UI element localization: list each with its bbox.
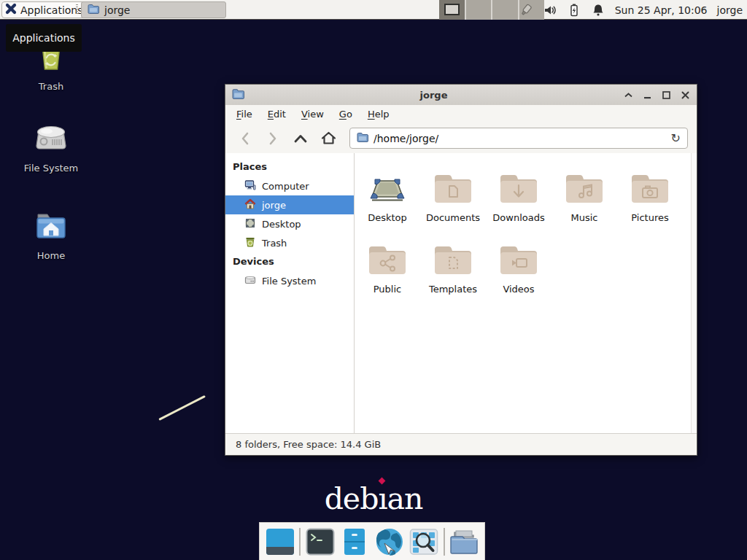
window-titlebar[interactable]: jorge (225, 85, 697, 105)
taskbar-window-label: jorge (104, 4, 130, 16)
sidebar-item-label: jorge (262, 200, 286, 211)
file-item-label: Videos (503, 284, 534, 295)
videos-folder-icon (498, 235, 540, 277)
show-desktop-icon[interactable] (265, 526, 295, 557)
sidebar-item-computer[interactable]: Computer (225, 176, 354, 195)
status-text: 8 folders, Free space: 14.4 GiB (236, 439, 381, 450)
trash-small-icon (244, 236, 256, 250)
maximize-button[interactable] (661, 90, 671, 100)
dock-separator (299, 528, 301, 556)
file-item-label: Music (571, 212, 598, 223)
debian-logo: debıan (0, 481, 747, 516)
panel-clock[interactable]: Sun 25 Apr, 10:06 (615, 4, 708, 16)
workspace-1[interactable] (439, 0, 466, 20)
desktop-icon-label: Trash (39, 81, 63, 92)
home-folder-icon (33, 210, 69, 245)
location-bar[interactable]: /home/jorge/ ↻ (349, 128, 688, 149)
panel-username[interactable]: jorge (717, 4, 743, 16)
debian-logo-text: debıan (325, 481, 423, 516)
file-manager-icon[interactable] (449, 526, 479, 557)
stylus-icon[interactable] (519, 3, 533, 18)
top-panel: Applications jorge (0, 0, 747, 20)
file-item-label: Desktop (368, 212, 407, 223)
web-browser-icon[interactable] (374, 526, 405, 557)
workspace-window-thumb (444, 4, 460, 15)
file-item-label: Templates (429, 284, 477, 295)
taskbar-window-button[interactable]: jorge (81, 1, 226, 18)
path-folder-icon (357, 131, 368, 145)
sidebar-item-label: Trash (262, 238, 287, 249)
sidebar: Places Computer jorge (225, 153, 355, 433)
window-content: Places Computer jorge (225, 153, 697, 433)
pictures-folder-icon (629, 163, 671, 206)
up-button[interactable] (290, 128, 311, 149)
menu-view[interactable]: View (301, 109, 324, 120)
file-item-label: Downloads (492, 212, 544, 223)
close-button[interactable] (680, 90, 690, 100)
menu-edit[interactable]: Edit (268, 109, 286, 120)
file-cabinet-icon[interactable] (339, 526, 370, 557)
drive-small-icon (244, 274, 256, 288)
documents-folder-icon (432, 163, 474, 206)
status-bar: 8 folders, Free space: 14.4 GiB (225, 433, 697, 455)
file-item-label: Documents (426, 212, 480, 223)
sidebar-item-label: File System (262, 276, 316, 287)
sidebar-item-trash[interactable]: Trash (225, 233, 354, 252)
menu-go[interactable]: Go (339, 109, 352, 120)
sidebar-item-file-system[interactable]: File System (225, 271, 354, 290)
window-folder-icon (232, 88, 244, 102)
workspace-2[interactable] (466, 0, 493, 20)
file-item-documents[interactable]: Documents (420, 163, 486, 235)
forward-button[interactable] (262, 128, 284, 149)
desktop-line-artifact (158, 395, 206, 421)
vertical-scrollbar[interactable] (691, 153, 697, 433)
file-item-templates[interactable]: Templates (420, 235, 486, 306)
desktop-folder-icon (366, 163, 409, 206)
folder-icon (88, 4, 99, 16)
sidebar-item-desktop[interactable]: Desktop (225, 214, 354, 233)
file-item-downloads[interactable]: Downloads (486, 163, 551, 235)
sidebar-item-jorge[interactable]: jorge (225, 195, 354, 214)
places-header: Places (225, 158, 354, 176)
file-item-pictures[interactable]: Pictures (617, 163, 683, 235)
music-folder-icon (563, 163, 605, 206)
minimize-button[interactable] (642, 90, 652, 100)
home-button[interactable] (317, 128, 339, 149)
menu-file[interactable]: File (236, 109, 252, 120)
window-controls (623, 90, 690, 100)
terminal-icon[interactable] (305, 526, 336, 557)
workspace-3[interactable] (492, 0, 519, 20)
file-item-videos[interactable]: Videos (486, 235, 551, 306)
drive-icon (33, 122, 69, 158)
file-item-label: Pictures (631, 212, 668, 223)
system-tray: Sun 25 Apr, 10:06 jorge (519, 0, 743, 20)
tooltip-text: Applications (12, 32, 75, 44)
desktop-icon-label: File System (24, 163, 78, 174)
volume-icon[interactable] (543, 3, 557, 18)
xfce-menu-icon (5, 3, 17, 17)
file-item-desktop[interactable]: Desktop (355, 163, 420, 235)
app-finder-icon[interactable] (409, 526, 439, 557)
file-item-public[interactable]: Public (355, 235, 420, 306)
templates-folder-icon (432, 235, 474, 277)
public-folder-icon (366, 235, 409, 277)
shade-button[interactable] (623, 90, 633, 100)
desktop-icon (244, 217, 256, 231)
file-item-music[interactable]: Music (551, 163, 617, 235)
desktop-icon-label: Home (37, 250, 65, 261)
reload-icon[interactable]: ↻ (671, 133, 681, 144)
file-view: Desktop Documents Downloads (355, 153, 697, 433)
desktop-screen: Applications jorge (0, 0, 747, 560)
path-text[interactable]: /home/jorge/ (374, 133, 666, 144)
battery-icon[interactable] (567, 3, 581, 18)
applications-tooltip: Applications (6, 24, 82, 52)
home-icon (244, 198, 256, 212)
computer-icon (244, 179, 256, 193)
panel-separator-handle[interactable] (76, 4, 78, 15)
desktop-icon-file-system[interactable]: File System (15, 122, 88, 174)
notifications-icon[interactable] (591, 3, 605, 18)
desktop-icon-home[interactable]: Home (15, 210, 88, 261)
file-grid: Desktop Documents Downloads (355, 153, 684, 306)
menu-help[interactable]: Help (368, 109, 390, 120)
back-button[interactable] (234, 128, 256, 149)
